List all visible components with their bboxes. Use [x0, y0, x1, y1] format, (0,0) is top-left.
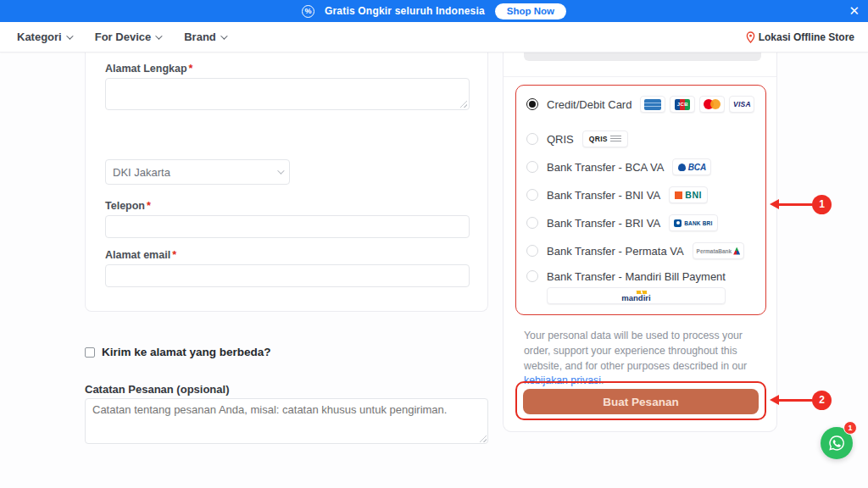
- place-order-button[interactable]: Buat Pesanan: [523, 389, 759, 414]
- radio-permata[interactable]: [526, 245, 538, 257]
- percent-icon: %: [302, 5, 314, 18]
- required-asterisk: *: [189, 63, 193, 75]
- email-label: Alamat email*: [105, 249, 176, 261]
- province-select[interactable]: DKI Jakarta: [105, 159, 290, 185]
- radio-qris[interactable]: [526, 133, 538, 145]
- payment-option-permata[interactable]: Bank Transfer - Permata VA PermataBank: [526, 242, 755, 259]
- promo-banner: % Gratis Ongkir seluruh Indonesia Shop N…: [0, 0, 868, 22]
- bni-icon: BNI: [669, 186, 708, 203]
- radio-bca[interactable]: [526, 161, 538, 173]
- mastercard-icon: [699, 96, 725, 113]
- radio-mandiri[interactable]: [526, 270, 538, 282]
- payment-option-bca[interactable]: Bank Transfer - BCA VA BCA: [526, 158, 755, 175]
- ship-different-address-row[interactable]: Kirim ke alamat yang berbeda?: [85, 346, 271, 358]
- nav-item-label: Brand: [184, 30, 216, 43]
- jcb-icon: JCB: [670, 96, 695, 113]
- nav-item-label: For Device: [95, 30, 151, 43]
- required-asterisk: *: [172, 249, 176, 261]
- radio-credit-card[interactable]: [526, 98, 538, 110]
- qris-icon: QRIS: [582, 130, 628, 147]
- payment-option-label[interactable]: Credit/Debit Card: [547, 98, 632, 111]
- nav-item-label: Kategori: [17, 30, 62, 43]
- radio-bri[interactable]: [526, 217, 538, 229]
- bri-icon: BANK BRI: [669, 214, 717, 231]
- address-label: Alamat Lengkap*: [105, 63, 192, 75]
- order-summary-box: [524, 53, 761, 61]
- nav-item-kategori[interactable]: Kategori: [17, 30, 71, 43]
- payment-option-label[interactable]: Bank Transfer - BRI VA: [547, 217, 660, 230]
- chevron-down-icon: [155, 32, 162, 39]
- billing-form-card: Alamat Lengkap* DKI Jakarta Telepon* Ala…: [85, 53, 488, 312]
- order-review-card: Credit/Debit Card JCB VISA QRIS QRIS: [503, 53, 777, 432]
- phone-field[interactable]: [105, 215, 470, 238]
- payment-option-bni[interactable]: Bank Transfer - BNI VA BNI: [526, 186, 755, 203]
- payment-option-label[interactable]: Bank Transfer - BNI VA: [547, 189, 660, 202]
- payment-option-mandiri[interactable]: Bank Transfer - Mandiri Bill Payment man…: [526, 270, 755, 304]
- nav-item-brand[interactable]: Brand: [184, 30, 225, 43]
- main-nav: Kategori For Device Brand Lokasi Offline…: [0, 22, 868, 53]
- checkout-page: % Gratis Ongkir seluruh Indonesia Shop N…: [0, 0, 868, 488]
- bca-icon: BCA: [672, 158, 711, 175]
- order-notes-textarea[interactable]: [85, 398, 488, 444]
- location-pin-icon: [746, 31, 755, 43]
- annotation-marker-2: 2: [812, 391, 832, 410]
- order-notes-label: Catatan Pesanan (opsional): [85, 383, 229, 396]
- permata-icon: PermataBank: [693, 242, 745, 259]
- privacy-note: Your personal data will be used to proce…: [524, 329, 760, 389]
- shop-now-button[interactable]: Shop Now: [495, 3, 566, 19]
- mandiri-icon: mandiri: [547, 287, 726, 304]
- whatsapp-icon: [827, 434, 846, 452]
- required-asterisk: *: [147, 200, 151, 212]
- whatsapp-badge: 1: [843, 421, 857, 435]
- promo-banner-text: Gratis Ongkir seluruh Indonesia: [325, 5, 485, 17]
- chevron-down-icon: [220, 32, 227, 39]
- payment-option-label[interactable]: Bank Transfer - BCA VA: [547, 161, 664, 174]
- offline-store-link[interactable]: Lokasi Offline Store: [746, 31, 854, 43]
- email-field[interactable]: [105, 264, 470, 287]
- place-order-annotation-box: Buat Pesanan: [515, 381, 766, 420]
- offline-store-label: Lokasi Offline Store: [759, 31, 854, 43]
- payment-option-label[interactable]: Bank Transfer - Mandiri Bill Payment: [547, 270, 726, 283]
- amex-icon: [640, 96, 665, 113]
- payment-option-bri[interactable]: Bank Transfer - BRI VA BANK BRI: [526, 214, 755, 231]
- radio-bni[interactable]: [526, 189, 538, 201]
- ship-different-address-checkbox[interactable]: [85, 347, 95, 358]
- close-icon[interactable]: ✕: [849, 3, 860, 19]
- payment-option-label[interactable]: QRIS: [547, 133, 574, 146]
- divider: [504, 76, 776, 77]
- payment-option-qris[interactable]: QRIS QRIS: [526, 130, 755, 147]
- payment-option-credit-card[interactable]: Credit/Debit Card JCB VISA: [526, 96, 755, 113]
- chevron-down-icon: [277, 167, 284, 174]
- address-textarea[interactable]: [105, 78, 470, 110]
- province-selected-value: DKI Jakarta: [113, 166, 170, 179]
- chevron-down-icon: [66, 32, 73, 39]
- ship-different-address-label[interactable]: Kirim ke alamat yang berbeda?: [102, 346, 271, 358]
- payment-option-label[interactable]: Bank Transfer - Permata VA: [547, 245, 684, 258]
- visa-icon: VISA: [729, 96, 754, 113]
- nav-item-for-device[interactable]: For Device: [95, 30, 160, 43]
- phone-label: Telepon*: [105, 200, 151, 212]
- privacy-text: Your personal data will be used to proce…: [524, 330, 747, 372]
- resize-handle[interactable]: [459, 100, 467, 108]
- annotation-marker-1: 1: [812, 195, 832, 214]
- payment-methods-box: Credit/Debit Card JCB VISA QRIS QRIS: [515, 85, 766, 315]
